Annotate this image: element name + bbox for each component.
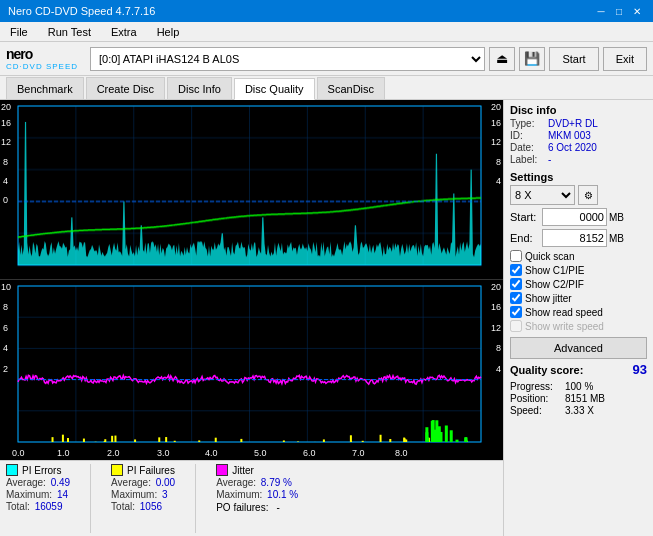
jitter-max: Maximum: 10.1 % [216,489,298,500]
title-bar-controls: ─ □ ✕ [593,3,645,19]
pi-errors-label: PI Errors [22,465,61,476]
charts-and-legend: 20 16 12 8 4 0 20 16 12 8 4 10 8 6 4 [0,100,503,536]
disc-info-date: Date: 6 Oct 2020 [510,142,647,153]
show-write-speed-label: Show write speed [525,321,604,332]
minimize-button[interactable]: ─ [593,3,609,19]
save-icon-button[interactable]: 💾 [519,47,545,71]
nero-logo-top: nero [6,46,78,62]
show-read-speed-label: Show read speed [525,307,603,318]
pi-errors-total: Total: 16059 [6,501,70,512]
show-write-speed-checkbox[interactable] [510,320,522,332]
jitter-label: Jitter [232,465,254,476]
pi-errors-color-box [6,464,18,476]
advanced-button[interactable]: Advanced [510,337,647,359]
checkbox-show-c2pif: Show C2/PIF [510,278,647,290]
legend-divider1 [90,464,91,533]
speed-stat-row: Speed: 3.33 X [510,405,647,416]
menu-extra[interactable]: Extra [105,25,143,39]
progress-label: Progress: [510,381,565,392]
show-c1pie-label: Show C1/PIE [525,265,584,276]
checkbox-show-read-speed: Show read speed [510,306,647,318]
menu-file[interactable]: File [4,25,34,39]
menu-help[interactable]: Help [151,25,186,39]
exit-button[interactable]: Exit [603,47,647,71]
pi-errors-max-label: Maximum: [6,489,52,500]
legend-pi-failures-item: PI Failures [111,464,175,476]
checkbox-show-jitter: Show jitter [510,292,647,304]
show-c1pie-checkbox[interactable] [510,264,522,276]
jitter-color-box [216,464,228,476]
tab-scan-disc[interactable]: ScanDisc [317,77,385,99]
checkbox-show-c1pie: Show C1/PIE [510,264,647,276]
eject-icon-button[interactable]: ⏏ [489,47,515,71]
start-label: Start: [510,211,542,223]
settings-speed-row: 8 X4 X6 X12 XMaximum ⚙ [510,185,647,205]
drive-selector[interactable]: [0:0] ATAPI iHAS124 B AL0S [90,47,485,71]
start-mb-unit: MB [609,212,624,223]
pi-errors-avg-value: 0.49 [51,477,70,488]
disc-info-id-value: MKM 003 [548,130,591,141]
position-label: Position: [510,393,565,404]
tab-disc-info[interactable]: Disc Info [167,77,232,99]
progress-row: Progress: 100 % [510,381,647,392]
legend-jitter: Jitter Average: 8.79 % Maximum: 10.1 % P… [216,464,298,533]
jitter-avg-value: 8.79 % [261,477,292,488]
pi-failures-label: PI Failures [127,465,175,476]
tab-benchmark[interactable]: Benchmark [6,77,84,99]
settings-title: Settings [510,171,647,183]
pi-errors-max: Maximum: 14 [6,489,70,500]
disc-info-label-label: Label: [510,154,548,165]
settings-icon-btn[interactable]: ⚙ [578,185,598,205]
disc-info-type-label: Type: [510,118,548,129]
speed-stat-value: 3.33 X [565,405,594,416]
disc-info-id-label: ID: [510,130,548,141]
maximize-button[interactable]: □ [611,3,627,19]
nero-logo: nero CD·DVD SPEED [6,46,78,71]
position-row: Position: 8151 MB [510,393,647,404]
quality-score-label: Quality score: [510,364,583,376]
menu-run-test[interactable]: Run Test [42,25,97,39]
jitter-max-value: 10.1 % [267,489,298,500]
legend-jitter-item: Jitter [216,464,298,476]
jitter-max-label: Maximum: [216,489,262,500]
title-bar-title: Nero CD-DVD Speed 4.7.7.16 [8,5,155,17]
show-read-speed-checkbox[interactable] [510,306,522,318]
tab-disc-quality[interactable]: Disc Quality [234,78,315,100]
quality-score-value: 93 [633,362,647,377]
end-mb-row: End: MB [510,229,647,247]
tab-create-disc[interactable]: Create Disc [86,77,165,99]
top-chart-canvas [0,100,503,279]
chart-top: 20 16 12 8 4 0 20 16 12 8 4 [0,100,503,280]
disc-info-id: ID: MKM 003 [510,130,647,141]
pi-failures-total: Total: 1056 [111,501,175,512]
chart-bottom: 10 8 6 4 2 20 16 12 8 4 0.0 1.0 2.0 3.0 … [0,280,503,460]
po-failures-label: PO failures: [216,502,268,513]
jitter-avg-label: Average: [216,477,256,488]
start-button[interactable]: Start [549,47,598,71]
po-failures-value: - [276,502,279,513]
legend-pi-failures: PI Failures Average: 0.00 Maximum: 3 Tot… [111,464,175,533]
disc-info-type: Type: DVD+R DL [510,118,647,129]
end-label: End: [510,232,542,244]
pi-failures-avg-label: Average: [111,477,151,488]
quick-scan-checkbox[interactable] [510,250,522,262]
pi-failures-total-label: Total: [111,501,135,512]
show-c2pif-label: Show C2/PIF [525,279,584,290]
end-input[interactable] [542,229,607,247]
main-content: 20 16 12 8 4 0 20 16 12 8 4 10 8 6 4 [0,100,653,536]
legend-divider2 [195,464,196,533]
nero-logo-bottom: CD·DVD SPEED [6,62,78,71]
show-jitter-checkbox[interactable] [510,292,522,304]
disc-info-label: Label: - [510,154,647,165]
pi-errors-avg: Average: 0.49 [6,477,70,488]
disc-info-date-label: Date: [510,142,548,153]
pi-failures-color-box [111,464,123,476]
legend-area: PI Errors Average: 0.49 Maximum: 14 Tota… [0,460,503,536]
legend-pi-errors-item: PI Errors [6,464,70,476]
show-c2pif-checkbox[interactable] [510,278,522,290]
speed-select[interactable]: 8 X4 X6 X12 XMaximum [510,185,575,205]
pi-failures-total-value: 1056 [140,501,162,512]
menu-bar: File Run Test Extra Help [0,22,653,42]
close-button[interactable]: ✕ [629,3,645,19]
start-input[interactable] [542,208,607,226]
